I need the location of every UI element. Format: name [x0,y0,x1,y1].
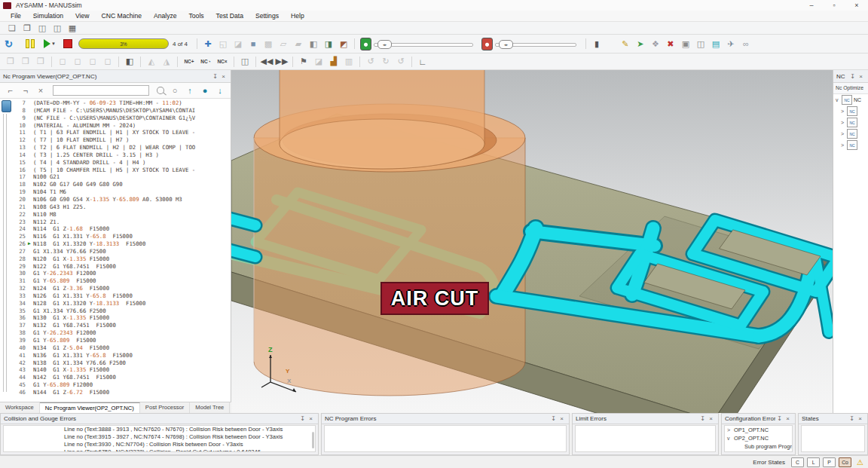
code-line[interactable]: 9(NC FILE - C:\USERS\MANUS\DESKTOP\CONTA… [11,115,231,122]
collision-error-line[interactable]: Line no (Text:3888 - 3913 , NC:N7620 - N… [4,426,315,433]
code-line[interactable]: 16( T5 | 10 CHAMFER MILL | H5 | XY STOCK… [11,167,231,174]
code-line[interactable]: 10(MATERIAL - ALUMINUM MM - 2024) [11,122,231,130]
code-line[interactable]: 11( T1 | 63 FLAT ENDMILL | H1 | XY STOCK… [11,129,231,136]
code-line[interactable]: 26▶N118 G1 X1.3320 Y-18.3133 F15000 [11,240,231,248]
machine-view-2-icon[interactable]: ❒ [19,56,32,68]
stop-icon[interactable] [63,39,72,48]
close-icon[interactable]: × [784,415,792,422]
step-forward-icon[interactable]: ▶▶ [275,56,289,68]
3d-viewport[interactable]: Z Y X AIR CUT [231,70,833,413]
simulation-speed-slider[interactable]: ◂▸ [374,38,473,50]
code-line[interactable]: 29N122 G1 Y68.7451 F15000 [11,263,231,271]
code-line[interactable]: 7(DATE=DD-MM-YY - 06-09-23 TIME=HH:MM - … [11,99,231,107]
code-line[interactable]: 41N136 G1 X1.331 Y-65.8 F15000 [11,352,231,359]
code-line[interactable]: 31G1 Y-65.809 F15000 [11,277,231,285]
nc-tree-root[interactable]: v NC NC [833,94,868,106]
code-line[interactable]: 27G1 X1.334 Y76.66 F2500 [11,248,231,255]
close-icon[interactable]: × [707,415,715,422]
clip-plane-right-icon[interactable]: ▰ [292,38,305,50]
eraser-tool-icon[interactable]: ◪ [312,56,326,68]
close-button[interactable]: × [845,0,868,11]
machine-view-1-icon[interactable]: ❒ [4,56,17,68]
search-icon[interactable] [157,87,164,94]
error-state-l-button[interactable]: L [807,457,820,467]
door-panel-icon[interactable]: ◫ [238,56,252,68]
menu-tools[interactable]: Tools [183,11,210,22]
code-line[interactable]: 14( T3 | 1.25 CENTER DRILL - 3.15 | H3 ) [11,151,231,159]
chevron-right-icon[interactable]: > [841,142,847,148]
tab-nc-program-viewer[interactable]: Nc Program Viewer(OP2_OPT.NC) [40,402,140,414]
menu-test-data[interactable]: Test Data [210,11,249,22]
part-display-icon[interactable]: ◭ [145,56,158,68]
code-line[interactable]: 46N144 G1 Z-6.72 F15000 [11,389,231,396]
machine-head-icon[interactable]: ✈ [724,38,738,50]
code-line[interactable]: 12( T7 | 10 FLAT ENDMILL | H7 ) [11,136,231,144]
pin-icon[interactable]: ↧ [848,73,857,80]
error-state-p-button[interactable]: P [823,457,836,467]
nc-add-icon[interactable]: NC+ [182,56,197,68]
stock-view-2-icon[interactable]: ◻ [71,56,84,68]
code-line[interactable]: 8(MCAM FILE - C:\USERS\MANUS\DESKTOP\AYS… [11,107,231,115]
section-view-icon[interactable]: ◪ [231,38,245,50]
step-back-icon[interactable]: ◀◀ [260,56,274,68]
tab-model-tree[interactable]: Model Tree [190,402,230,414]
menu-cnc-machine[interactable]: CNC Machine [95,11,148,22]
code-area[interactable]: 7(DATE=DD-MM-YY - 06-09-23 TIME=HH:MM - … [0,99,231,396]
link-sync-icon[interactable]: ∞ [739,38,753,50]
chevron-right-icon[interactable]: > [841,131,847,136]
collision-error-line[interactable]: Line no (Text:3930 , NC:N7704) : Collisi… [4,441,315,448]
refresh-icon[interactable]: ↻ [5,38,20,50]
scrollbar[interactable] [312,432,314,448]
nc-tree-node[interactable]: >NC [833,128,868,139]
stock-view-4-icon[interactable]: ◻ [101,56,115,68]
tool-display-icon[interactable]: ▮ [590,38,604,50]
chevron-down-icon[interactable]: v [727,434,734,442]
clip-plane-left-icon[interactable]: ▱ [277,38,290,50]
view-cube-icon[interactable]: ◧ [307,38,320,50]
code-line[interactable]: 30G1 Y-26.2343 F12000 [11,270,231,277]
pick-tool-icon[interactable]: ❖ [649,38,662,50]
analysis-chart-icon[interactable]: ▟ [327,56,341,68]
config-tree-item[interactable]: vOP2_OPT.NC [725,434,792,442]
find-up-icon[interactable]: ↑ [183,84,197,96]
code-line[interactable]: 18N102 G0 G17 G40 G49 G80 G90 [11,181,231,188]
code-line[interactable]: 38G1 Y-26.2343 F12000 [11,329,231,337]
axis-orientation-icon[interactable]: ∟ [416,56,429,68]
stock-box-icon[interactable]: ▣ [679,38,692,50]
fit-view-icon[interactable]: ✚ [201,38,215,50]
find-down-icon[interactable]: ↓ [213,84,227,96]
close-icon[interactable]: × [856,415,864,422]
error-state-co-button[interactable]: Co [839,457,851,467]
code-line[interactable]: 36N130 G1 X-1.335 F15000 [11,314,231,322]
find-circle-icon[interactable]: ○ [168,84,182,96]
code-line[interactable]: 21N108 G43 H1 Z25. [11,203,231,211]
machine-config-icon[interactable]: ◫ [50,22,64,34]
bookmark-start-icon[interactable]: ⌐ [4,84,17,96]
menu-analyze[interactable]: Analyze [148,11,183,22]
code-line[interactable]: 39G1 Y-65.809 F15000 [11,337,231,344]
collision-error-line[interactable]: Line no (Text:3915 - 3927 , NC:N7674 - N… [4,433,315,441]
code-line[interactable]: 28N120 G1 X-1.335 F15000 [11,255,231,263]
collision-cube-icon[interactable]: ◩ [337,38,350,50]
bookmark-end-icon[interactable]: ¬ [19,84,32,96]
log-notebook-icon[interactable]: ▤ [709,38,723,50]
nc-tree-node[interactable]: >NC [833,117,868,128]
error-report-icon[interactable]: ✖ [664,38,677,50]
code-line[interactable]: 37N132 G1 Y68.7451 F15000 [11,322,231,329]
states-list[interactable] [801,425,865,452]
rotate-a-icon[interactable]: ↺ [364,56,377,68]
play-icon[interactable] [44,39,50,48]
code-line[interactable]: 19N104 T1 M6 [11,188,231,196]
post-machine-icon[interactable]: ◫ [35,22,49,34]
close-icon[interactable]: × [307,415,315,422]
code-line[interactable]: 45G1 Y-65.809 F12000 [11,381,231,389]
nc-delete-icon[interactable]: NC× [215,56,230,68]
code-line[interactable]: 33N126 G1 X1.331 Y-65.8 F15000 [11,292,231,300]
code-line[interactable]: 25N116 G1 X1.331 Y-65.8 F15000 [11,233,231,240]
chevron-right-icon[interactable]: > [727,426,734,434]
pin-icon[interactable]: ↧ [775,415,784,422]
export-model-icon[interactable]: ➤ [634,38,647,50]
code-line[interactable]: 35G1 X1.334 Y76.66 F2500 [11,307,231,315]
code-line[interactable]: 43N140 G1 X-1.335 F15000 [11,366,231,374]
menu-settings[interactable]: Settings [249,11,285,22]
